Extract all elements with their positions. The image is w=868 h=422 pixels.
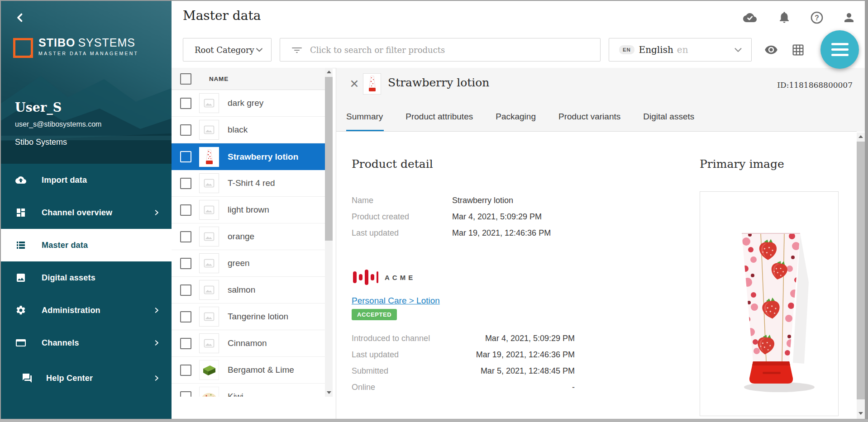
row-checkbox[interactable] [180, 311, 191, 322]
category-selector-dropdown[interactable]: Root Category [183, 38, 272, 62]
list-item[interactable]: orange [172, 223, 325, 250]
main-menu-fab[interactable] [820, 30, 859, 69]
sidebar-item-channels[interactable]: Channels [0, 327, 172, 359]
list-scroll-down-button[interactable] [325, 389, 333, 397]
list-item[interactable]: black [172, 117, 325, 143]
row-checkbox[interactable] [180, 204, 191, 216]
field-value: Mar 19, 2021, 12:46:36 PM [452, 228, 551, 238]
list-item[interactable]: T-Shirt 4 red [172, 170, 325, 197]
row-checkbox[interactable] [180, 178, 191, 189]
list-item[interactable]: Tangerine lotion [172, 303, 325, 330]
chevron-right-icon [153, 340, 160, 346]
list-item[interactable]: Bergamot & Lime [172, 357, 325, 384]
image-icon [15, 272, 26, 283]
search-input[interactable] [309, 45, 600, 55]
strawberry-tube-thumbnail [199, 147, 219, 167]
placeholder-image-icon [199, 173, 219, 193]
row-checkbox[interactable] [180, 124, 191, 136]
placeholder-image-icon [199, 253, 219, 273]
detail-scrollbar-thumb[interactable] [857, 142, 865, 399]
sidebar-item-digital-assets[interactable]: Digital assets [0, 261, 172, 294]
sidebar-item-label: Import data [42, 175, 87, 185]
list-scroll-up-button[interactable] [325, 68, 333, 76]
list-item[interactable]: dark grey [172, 90, 325, 117]
product-search-field[interactable] [280, 38, 601, 62]
field-value: Strawberry lotion [452, 196, 513, 205]
field-value: Mar 4, 2021, 5:09:29 PM [485, 334, 575, 343]
select-all-checkbox[interactable] [180, 73, 191, 85]
stibo-logo: STIBOSYSTEMS MASTER DATA MANAGEMENT [13, 37, 138, 59]
close-button[interactable]: ✕ [348, 78, 360, 90]
field-row: Online - [352, 383, 575, 392]
list-scrollbar-thumb[interactable] [325, 77, 333, 241]
sidebar-collapse-button[interactable] [14, 11, 27, 24]
row-checkbox[interactable] [180, 98, 191, 109]
tabs-divider [336, 131, 857, 132]
list-item[interactable]: Kiwi [172, 384, 325, 397]
dashboard-icon [15, 207, 26, 218]
detail-scroll-up-button[interactable] [857, 133, 865, 141]
list-item-selected[interactable]: Strawberry lotion [172, 143, 325, 170]
tab-digital-assets[interactable]: Digital assets [643, 112, 694, 122]
language-badge: EN [619, 45, 634, 54]
tab-summary[interactable]: Summary [346, 112, 383, 122]
row-checkbox[interactable] [180, 365, 191, 376]
sidebar-item-administration[interactable]: Administration [0, 294, 172, 327]
grid-icon [792, 43, 805, 57]
row-checkbox[interactable] [180, 338, 191, 349]
product-name: black [228, 125, 248, 135]
language-selector-dropdown[interactable]: EN English en [609, 38, 752, 62]
page-title: Master data [183, 8, 261, 23]
user-profile-button[interactable] [842, 11, 858, 25]
detail-scroll-down-button[interactable] [857, 409, 865, 417]
sidebar-item-import-data[interactable]: Import data [0, 164, 172, 196]
browser-window-icon [15, 337, 26, 348]
product-name: orange [228, 232, 254, 242]
field-label: Name [352, 196, 452, 205]
row-checkbox[interactable] [180, 231, 191, 242]
tab-product-attributes[interactable]: Product attributes [405, 112, 473, 122]
product-name: Strawberry lotion [228, 152, 298, 162]
brand-logo: ACME [352, 266, 415, 289]
row-checkbox[interactable] [180, 391, 191, 397]
chevron-down-icon [733, 45, 743, 55]
field-label: Last updated [352, 350, 399, 360]
list-item[interactable]: light brown [172, 197, 325, 223]
user-organization: Stibo Systems [15, 138, 67, 147]
cloud-sync-button[interactable] [742, 11, 758, 25]
chevron-right-icon [153, 307, 160, 313]
field-row: Name Strawberry lotion [352, 196, 513, 205]
sidebar-item-help-center[interactable]: Help Center [0, 362, 172, 394]
list-item[interactable]: salmon [172, 277, 325, 303]
bell-icon [777, 10, 791, 24]
row-checkbox[interactable] [180, 151, 191, 162]
grid-view-button[interactable] [792, 43, 805, 57]
brand-tagline: MASTER DATA MANAGEMENT [38, 51, 138, 56]
brand-name-bold: STIBO [38, 36, 75, 49]
primary-image [700, 191, 839, 416]
preview-button[interactable] [763, 43, 779, 57]
list-item[interactable]: green [172, 250, 325, 277]
sidebar-item-label: Help Center [46, 374, 93, 383]
row-checkbox[interactable] [180, 284, 191, 296]
tab-product-variants[interactable]: Product variants [558, 112, 620, 122]
green-soap-thumbnail [199, 360, 219, 380]
field-row: Introduced to channel Mar 4, 2021, 5:09:… [352, 334, 575, 343]
field-row: Product created Mar 4, 2021, 5:09:29 PM [352, 212, 542, 222]
list-item[interactable]: Cinnamon [172, 330, 325, 357]
field-label: Product created [352, 212, 452, 222]
sidebar-item-master-data[interactable]: Master data [0, 229, 172, 261]
tab-packaging[interactable]: Packaging [496, 112, 536, 122]
help-button[interactable]: ? [810, 11, 825, 25]
sidebar-item-channel-overview[interactable]: Channel overview [0, 196, 172, 229]
product-name: Kiwi [228, 392, 243, 397]
notifications-button[interactable] [777, 10, 793, 24]
eye-icon [763, 43, 779, 57]
row-checkbox[interactable] [180, 258, 191, 269]
category-breadcrumb-link[interactable]: Personal Care > Lotion [352, 296, 440, 306]
chevron-left-icon [14, 11, 27, 24]
hamburger-icon [831, 43, 849, 45]
svg-text:?: ? [815, 14, 819, 22]
logo-square-icon [13, 38, 33, 58]
name-column-header: NAME [209, 76, 229, 82]
